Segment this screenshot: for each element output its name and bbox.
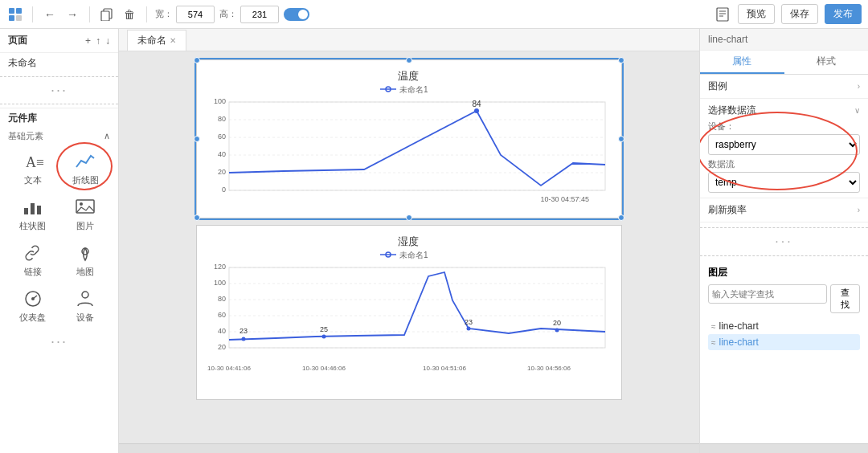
publish-button[interactable]: 发布 (825, 4, 862, 24)
component-map[interactable]: 地图 (61, 239, 111, 281)
handle-bm[interactable] (406, 214, 412, 221)
handle-tl[interactable] (194, 57, 200, 63)
svg-text:80: 80 (218, 295, 226, 303)
redo-button[interactable]: → (63, 6, 81, 23)
dataflow-select[interactable]: temp (708, 172, 860, 193)
canvas-scrollbar[interactable] (119, 443, 699, 453)
svg-rect-12 (31, 203, 35, 214)
refresh-header[interactable]: 刷新频率 › (708, 203, 860, 217)
dataflow-sub-label: 数据流 (708, 158, 860, 170)
text-label: 文本 (24, 174, 42, 186)
layer-search-button[interactable]: 查找 (830, 284, 860, 313)
page-item[interactable]: 未命名 (0, 53, 118, 73)
legend-section: 图例 › (700, 75, 868, 99)
handle-tm[interactable] (406, 57, 412, 63)
svg-text:10-30 04:57:45: 10-30 04:57:45 (540, 195, 589, 203)
legend-arrow: › (858, 82, 860, 91)
panel-dotted2 (700, 255, 868, 256)
sidebar-icons: + ↑ ↓ (85, 35, 110, 47)
right-panel-scroll[interactable] (700, 443, 868, 453)
sidebar-dotted1 (0, 76, 118, 77)
layer-item-2-label: line-chart (719, 337, 759, 348)
layer-search-input[interactable] (708, 284, 827, 304)
component-linechart[interactable]: 折线图 (69, 147, 102, 190)
barchart-icon (22, 196, 44, 218)
layer-item-2[interactable]: ≈ line-chart (708, 334, 860, 350)
svg-rect-6 (717, 8, 728, 21)
component-image[interactable]: 图片 (61, 193, 111, 235)
move-up-button[interactable]: ↑ (96, 35, 100, 47)
legend-header[interactable]: 图例 › (708, 80, 860, 93)
svg-text:100: 100 (214, 97, 226, 105)
svg-line-19 (33, 296, 37, 299)
svg-text:未命名1: 未命名1 (399, 251, 428, 259)
svg-rect-0 (9, 8, 14, 14)
component-linechart-wrap: 折线图 (61, 147, 111, 190)
component-grid: A≡ 文本 折线图 柱状图 (0, 144, 118, 330)
handle-mr[interactable] (618, 136, 624, 142)
handle-bl[interactable] (194, 214, 200, 221)
add-page-button[interactable]: + (85, 35, 91, 47)
width-group: 宽： (155, 6, 215, 23)
canvas-tab-close[interactable]: ✕ (170, 36, 176, 45)
dashboard-label: 仪表盘 (19, 312, 46, 324)
map-label: 地图 (76, 266, 94, 278)
dataflow-section: 选择数据流 ∨ 设备： raspberry 数据流 temp (700, 99, 868, 198)
handle-br[interactable] (618, 214, 624, 221)
component-lib-title: 元件库 (0, 108, 118, 129)
svg-rect-3 (16, 15, 22, 21)
device-icon (74, 288, 96, 310)
delete-button[interactable]: 🗑 (121, 6, 138, 23)
height-group: 高： (219, 6, 279, 23)
canvas-tab-item[interactable]: 未命名 ✕ (127, 30, 186, 51)
handle-ml[interactable] (194, 136, 200, 142)
svg-text:25: 25 (320, 325, 328, 333)
device-field: 设备： raspberry (708, 120, 860, 155)
svg-text:40: 40 (218, 150, 226, 158)
height-input[interactable] (240, 6, 279, 23)
svg-text:84: 84 (472, 100, 481, 108)
basic-elements-arrow: ∧ (104, 131, 110, 141)
canvas-tab: 未命名 ✕ (119, 29, 699, 51)
dashboard-icon (22, 288, 44, 310)
svg-point-38 (474, 108, 479, 113)
panel-tabs: 属性 样式 (700, 51, 868, 75)
left-sidebar: 页面 + ↑ ↓ 未命名 ··· 元件库 基础元素 ∧ A≡ 文本 (0, 29, 119, 453)
canvas-area: 未命名 ✕ 温度 (119, 29, 699, 453)
undo-button[interactable]: ← (41, 6, 59, 23)
move-down-button[interactable]: ↓ (105, 35, 110, 47)
sep2 (89, 6, 90, 22)
svg-text:10-30 04:41:06: 10-30 04:41:06 (207, 365, 251, 372)
component-dashboard[interactable]: 仪表盘 (8, 284, 58, 327)
component-text[interactable]: A≡ 文本 (8, 147, 58, 190)
svg-text:20: 20 (553, 319, 561, 327)
device-select[interactable]: raspberry (708, 134, 860, 155)
copy-button[interactable] (98, 6, 116, 23)
handle-tr[interactable] (618, 57, 624, 63)
layer-item-2-icon: ≈ (711, 338, 716, 347)
width-input[interactable] (176, 6, 215, 23)
tab-property[interactable]: 属性 (700, 51, 784, 74)
svg-text:40: 40 (218, 327, 226, 335)
component-device[interactable]: 设备 (61, 284, 111, 327)
doc-icon (714, 6, 731, 23)
layer-item-1[interactable]: ≈ line-chart (708, 318, 860, 334)
svg-text:A≡: A≡ (26, 154, 43, 170)
svg-text:60: 60 (218, 311, 226, 319)
humidity-chart-wrapper[interactable]: 湿度 未命名1 120 100 80 60 40 20 (196, 225, 622, 400)
save-button[interactable]: 保存 (781, 4, 818, 24)
sidebar-pages-header: 页面 + ↑ ↓ (0, 29, 118, 53)
temperature-chart-wrapper[interactable]: 温度 未命名1 100 80 60 40 20 0 (196, 59, 622, 218)
toggle-switch[interactable] (284, 8, 309, 21)
svg-text:20: 20 (218, 343, 226, 351)
preview-button[interactable]: 预览 (738, 4, 775, 24)
svg-point-15 (80, 202, 83, 206)
dataflow-header[interactable]: 选择数据流 ∨ (708, 104, 860, 117)
tab-style[interactable]: 样式 (784, 51, 869, 74)
svg-point-69 (555, 329, 559, 333)
component-link[interactable]: 链接 (8, 239, 58, 281)
component-barchart[interactable]: 柱状图 (8, 193, 58, 235)
svg-text:湿度: 湿度 (398, 235, 419, 247)
pages-title: 页面 (8, 34, 85, 47)
refresh-label: 刷新频率 (708, 203, 747, 217)
